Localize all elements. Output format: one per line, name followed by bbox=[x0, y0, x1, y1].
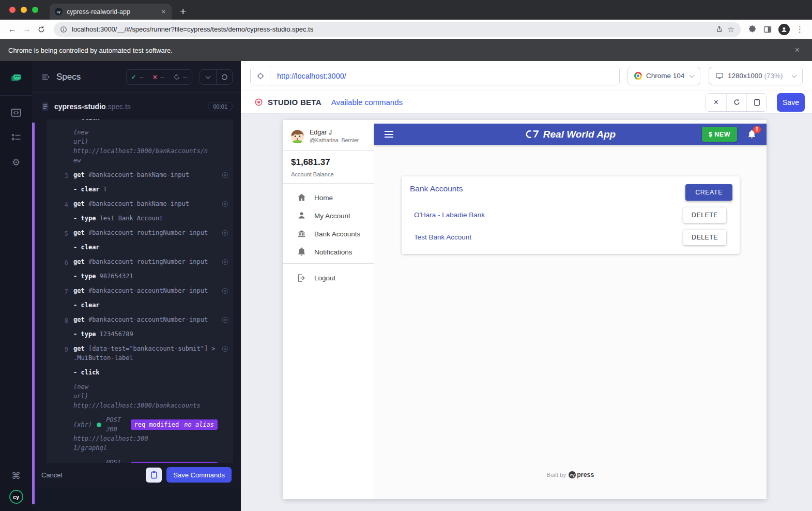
rail-settings-icon[interactable]: ⚙ bbox=[0, 154, 32, 171]
sidebar-item-label: Bank Accounts bbox=[314, 230, 360, 238]
studio-restart-icon[interactable] bbox=[726, 94, 746, 111]
command-number: 6 bbox=[53, 258, 68, 267]
command-name: get bbox=[73, 345, 85, 352]
sidebar-item-notifications[interactable]: Notifications bbox=[283, 243, 374, 261]
log-command-child[interactable]: - click bbox=[47, 119, 233, 125]
banner-close-icon[interactable]: × bbox=[795, 46, 804, 55]
browser-profile-avatar[interactable] bbox=[778, 24, 790, 35]
bank-account-link[interactable]: Test Bank Account bbox=[414, 233, 471, 241]
site-info-icon[interactable] bbox=[60, 26, 67, 33]
studio-close-icon[interactable]: × bbox=[706, 94, 726, 111]
reload-button[interactable] bbox=[34, 22, 49, 37]
sidebar-item-home[interactable]: Home bbox=[283, 189, 374, 207]
remove-command-icon[interactable] bbox=[222, 230, 228, 239]
create-button[interactable]: CREATE bbox=[685, 184, 732, 201]
event-line: url) http://localhost:3000/bankaccounts bbox=[73, 392, 218, 410]
browser-select[interactable]: Chrome 104 bbox=[627, 67, 700, 85]
back-button[interactable]: ← bbox=[5, 22, 20, 37]
maximize-window-button[interactable] bbox=[32, 7, 38, 13]
sidebar-item-my-account[interactable]: My Account bbox=[283, 207, 374, 225]
sidebar-item-logout[interactable]: Logout bbox=[283, 269, 374, 287]
copy-commands-button[interactable] bbox=[146, 468, 162, 483]
remove-command-icon[interactable] bbox=[222, 201, 228, 210]
log-command-get[interactable]: 4get #bankaccount-bankName-input bbox=[47, 197, 233, 211]
remove-command-icon[interactable] bbox=[222, 172, 228, 181]
command-dash: - bbox=[73, 302, 81, 309]
bank-account-row: Test Bank AccountDELETE bbox=[402, 226, 740, 248]
log-command-get[interactable]: 8get #bankaccount-accountNumber-input bbox=[47, 312, 233, 327]
studio-save-button[interactable]: Save bbox=[777, 93, 805, 112]
specs-menu-icon[interactable] bbox=[41, 73, 51, 81]
run-stats: ✓-- ×-- -- bbox=[126, 69, 192, 85]
notifications-bell[interactable]: 8 bbox=[746, 129, 757, 140]
browser-tab[interactable]: cy cypress-realworld-app × bbox=[50, 4, 172, 20]
rail-tests-icon[interactable] bbox=[0, 69, 32, 87]
viewport-select[interactable]: 1280x1000 (73%) bbox=[709, 67, 803, 85]
remove-command-icon[interactable] bbox=[222, 317, 228, 326]
sidebar-item-label: My Account bbox=[314, 212, 350, 220]
user-handle: @Katharina_Bernier bbox=[310, 137, 359, 143]
log-command-get[interactable]: 3get #bankaccount-bankName-input bbox=[47, 168, 233, 182]
address-url[interactable]: localhost:3000/__/#/specs/runner?file=cy… bbox=[72, 25, 711, 33]
log-command-get[interactable]: 6get #bankaccount-routingNumber-input bbox=[47, 254, 233, 269]
remove-command-icon[interactable] bbox=[222, 288, 228, 297]
browser-menu-icon[interactable]: ⋮ bbox=[796, 25, 804, 34]
extensions-icon[interactable] bbox=[748, 25, 757, 34]
log-command-child[interactable]: - clear bbox=[47, 240, 233, 254]
app-content: Bank Accounts CREATE O'Hara - Labadie Ba… bbox=[374, 145, 767, 499]
studio-active-indicator bbox=[32, 123, 35, 504]
hamburger-menu-icon[interactable] bbox=[385, 131, 393, 138]
log-command-child[interactable]: - type 987654321 bbox=[47, 269, 233, 283]
command-name: get bbox=[73, 229, 85, 236]
close-window-button[interactable] bbox=[9, 7, 16, 13]
sidebar-item-label: Notifications bbox=[314, 248, 353, 256]
new-tab-button[interactable]: + bbox=[180, 5, 186, 18]
log-command-child[interactable]: - clear bbox=[47, 298, 233, 312]
spec-row[interactable]: cypress-studio.spec.ts 00:01 bbox=[32, 93, 241, 119]
omnibox[interactable]: localhost:3000/__/#/specs/runner?file=cy… bbox=[54, 22, 741, 37]
app-title: Real World App bbox=[543, 129, 616, 140]
stat-failed: ×-- bbox=[148, 73, 169, 81]
cypress-logo[interactable]: cy bbox=[9, 490, 23, 504]
delete-button[interactable]: DELETE bbox=[683, 207, 726, 223]
log-command-get[interactable]: 5get #bankaccount-routingNumber-input bbox=[47, 226, 233, 240]
studio-copy-icon[interactable] bbox=[746, 94, 767, 111]
minimize-window-button[interactable] bbox=[21, 7, 27, 13]
share-icon[interactable] bbox=[715, 25, 723, 33]
bookmark-star-icon[interactable]: ☆ bbox=[728, 25, 734, 34]
user-block[interactable]: Edgar J @Katharina_Bernier bbox=[283, 120, 374, 150]
reload-icon bbox=[37, 25, 45, 34]
keyboard-shortcuts-icon[interactable]: ⌘ bbox=[11, 470, 21, 482]
log-command-get[interactable]: 9get [data-test="bankaccount-submit"] > … bbox=[47, 341, 233, 365]
rerun-icon[interactable] bbox=[216, 70, 232, 84]
save-commands-button[interactable]: Save Commands bbox=[166, 467, 232, 483]
aut-url-input[interactable] bbox=[270, 67, 619, 85]
specs-controls bbox=[200, 69, 233, 85]
sidebar-item-bank-accounts[interactable]: Bank Accounts bbox=[283, 225, 374, 243]
side-panel-icon[interactable] bbox=[763, 25, 772, 34]
log-command-child[interactable]: - click bbox=[47, 365, 233, 380]
delete-button[interactable]: DELETE bbox=[683, 230, 726, 245]
log-command-child[interactable]: - clear T bbox=[47, 182, 233, 197]
forward-button[interactable]: → bbox=[20, 22, 34, 37]
command-name: type bbox=[81, 215, 96, 222]
selector-playground-icon[interactable] bbox=[251, 67, 270, 85]
collapse-chevron-icon[interactable] bbox=[200, 70, 216, 84]
rail-code-icon[interactable] bbox=[0, 104, 32, 122]
app-nav: HomeMy AccountBank AccountsNotifications bbox=[283, 184, 374, 263]
bank-account-link[interactable]: O'Hara - Labadie Bank bbox=[414, 211, 485, 219]
tab-close-icon[interactable]: × bbox=[160, 8, 166, 16]
available-commands-link[interactable]: Available commands bbox=[331, 98, 403, 107]
remove-command-icon[interactable] bbox=[222, 259, 228, 268]
cypress-brand[interactable]: cy press bbox=[569, 471, 594, 478]
log-command-child[interactable]: - type 123456789 bbox=[47, 327, 233, 341]
chrome-logo-icon bbox=[634, 72, 642, 80]
log-event-new-url: (newurl) http://localhost:3000/bankaccou… bbox=[47, 380, 233, 413]
log-command-child[interactable]: - type Test Bank Account bbox=[47, 211, 233, 226]
rail-runs-icon[interactable] bbox=[0, 129, 32, 146]
new-transaction-button[interactable]: $ NEW bbox=[702, 127, 737, 142]
log-command-get[interactable]: 7get #bankaccount-accountNumber-input bbox=[47, 283, 233, 298]
remove-command-icon[interactable] bbox=[222, 345, 228, 355]
cancel-button[interactable]: Cancel bbox=[41, 471, 62, 479]
spec-file-icon bbox=[41, 102, 49, 111]
